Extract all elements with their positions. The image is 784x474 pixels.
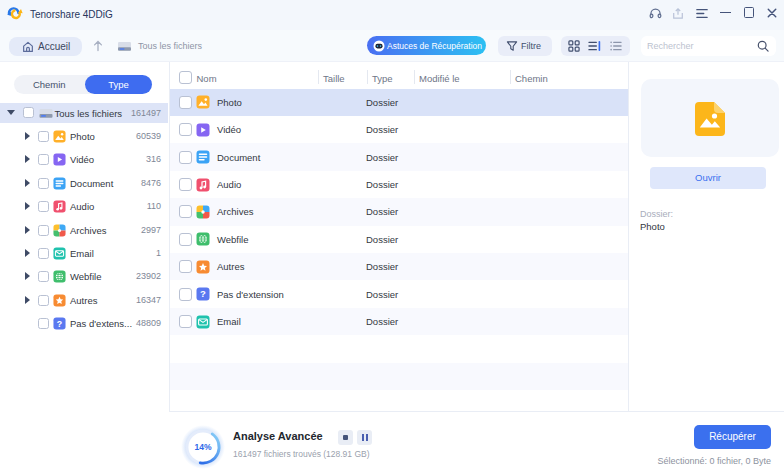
svg-text:?: ? [200,288,206,299]
svg-text:?: ? [57,319,62,329]
